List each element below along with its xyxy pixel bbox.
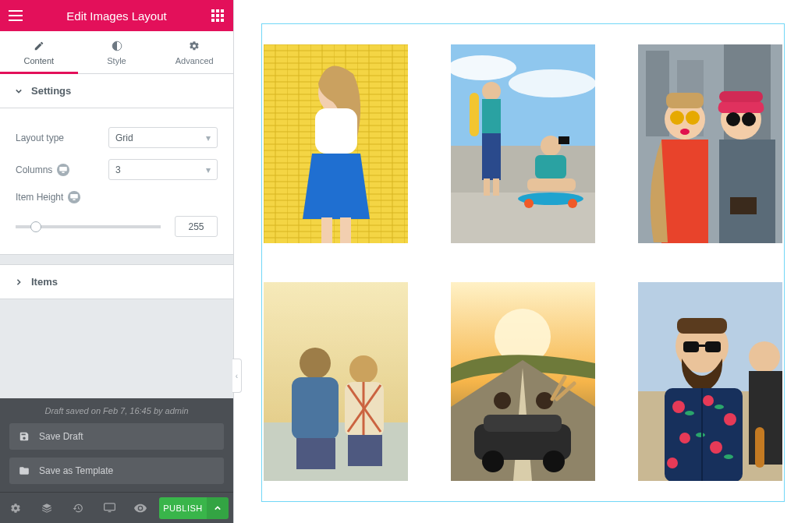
item-height-slider[interactable] [16, 225, 161, 228]
desktop-icon [104, 503, 115, 513]
section-items-toggle[interactable]: Items [0, 264, 233, 299]
app-root: Edit Images Layout Content Style Advance… [0, 0, 812, 523]
grid-image-item[interactable] [638, 282, 782, 481]
panel-title: Edit Images Layout [66, 9, 166, 23]
svg-rect-74 [484, 415, 562, 432]
folder-icon [19, 465, 30, 476]
button-label: PUBLISH [163, 504, 203, 513]
svg-rect-52 [661, 140, 708, 243]
responsive-badge[interactable] [68, 191, 80, 203]
svg-rect-21 [315, 108, 357, 154]
section-settings-toggle[interactable]: Settings [0, 74, 233, 108]
gear-icon [10, 503, 21, 514]
image-placeholder [451, 44, 595, 243]
layout-type-select[interactable]: Grid ▾ [108, 127, 218, 148]
svg-rect-42 [558, 136, 569, 144]
panel-collapse-handle[interactable]: ‹ [232, 359, 242, 393]
navigator-button[interactable] [31, 493, 62, 524]
control-layout-type: Layout type Grid ▾ [16, 127, 218, 148]
svg-point-36 [541, 136, 561, 156]
footer-bar: PUBLISH [0, 492, 233, 523]
control-columns: Columns 3 ▾ [16, 159, 218, 180]
tab-label: Style [107, 56, 126, 65]
save-template-button[interactable]: Save as Template [9, 458, 224, 484]
svg-rect-13 [73, 199, 76, 200]
preview-button[interactable] [125, 493, 156, 524]
svg-rect-8 [221, 19, 224, 22]
control-label: Item Height [16, 192, 63, 203]
responsive-badge[interactable] [57, 164, 69, 176]
tab-content[interactable]: Content [0, 31, 78, 73]
desktop-icon [59, 167, 67, 173]
svg-point-56 [742, 112, 756, 126]
control-label: Layout type [16, 133, 64, 143]
svg-point-30 [482, 82, 501, 101]
svg-point-97 [714, 405, 724, 409]
tab-style[interactable]: Style [78, 31, 156, 73]
svg-rect-57 [719, 140, 775, 243]
svg-point-49 [670, 111, 684, 125]
svg-point-98 [696, 433, 705, 437]
svg-rect-3 [211, 14, 215, 17]
caret-down-icon: ▾ [206, 164, 211, 175]
history-button[interactable] [62, 493, 94, 524]
contrast-icon [112, 41, 122, 51]
section-title: Settings [31, 85, 71, 97]
item-height-input[interactable] [175, 216, 218, 237]
svg-point-99 [724, 454, 733, 459]
image-placeholder [638, 282, 782, 481]
svg-rect-23 [340, 217, 351, 243]
svg-point-93 [679, 433, 690, 443]
settings-button[interactable] [0, 493, 31, 524]
svg-point-78 [543, 451, 565, 472]
save-draft-button[interactable]: Save Draft [9, 423, 224, 450]
svg-rect-10 [60, 167, 68, 171]
svg-point-26 [451, 55, 516, 80]
svg-point-76 [536, 392, 553, 409]
svg-point-95 [667, 458, 678, 468]
svg-point-96 [685, 411, 694, 415]
image-placeholder [638, 44, 782, 243]
panel-header: Edit Images Layout [0, 0, 233, 31]
control-item-height-label: Item Height [16, 191, 218, 203]
columns-select[interactable]: 3 ▾ [108, 159, 218, 180]
editor-panel: Edit Images Layout Content Style Advance… [0, 0, 234, 523]
tab-advanced[interactable]: Advanced [155, 31, 233, 73]
hamburger-icon [9, 10, 23, 21]
svg-rect-7 [216, 19, 219, 22]
menu-button[interactable] [0, 0, 31, 31]
tab-label: Content [24, 56, 55, 65]
svg-rect-11 [62, 171, 65, 173]
grid-image-item[interactable] [451, 44, 595, 243]
gear-icon [189, 41, 200, 51]
pencil-icon [34, 41, 44, 51]
editor-canvas[interactable] [234, 0, 812, 523]
images-layout-widget[interactable] [261, 23, 785, 502]
eye-icon [134, 504, 147, 513]
control-label-wrap: Columns [16, 164, 69, 176]
draft-status: Draft saved on Feb 7, 16:45 by admin [0, 398, 233, 423]
svg-rect-31 [482, 99, 501, 133]
svg-rect-2 [221, 9, 224, 12]
svg-rect-1 [216, 9, 219, 12]
grid-image-item[interactable] [451, 282, 595, 481]
svg-rect-6 [211, 19, 215, 22]
svg-rect-35 [470, 93, 479, 136]
svg-point-51 [680, 129, 690, 135]
slider-thumb[interactable] [30, 221, 41, 232]
select-value: 3 [115, 164, 121, 175]
grid-image-item[interactable] [638, 44, 782, 243]
svg-rect-14 [104, 504, 115, 511]
publish-options-button[interactable] [207, 497, 229, 519]
svg-rect-86 [683, 341, 699, 352]
widgets-button[interactable] [202, 0, 233, 31]
svg-rect-5 [221, 14, 224, 17]
panel-tabs: Content Style Advanced [0, 31, 233, 74]
grid-image-item[interactable] [264, 282, 408, 481]
svg-point-90 [672, 401, 685, 413]
image-placeholder [264, 44, 408, 243]
publish-button[interactable]: PUBLISH [159, 497, 207, 519]
grid-image-item[interactable] [264, 44, 408, 243]
caret-down-icon [16, 88, 22, 94]
responsive-button[interactable] [94, 493, 125, 524]
